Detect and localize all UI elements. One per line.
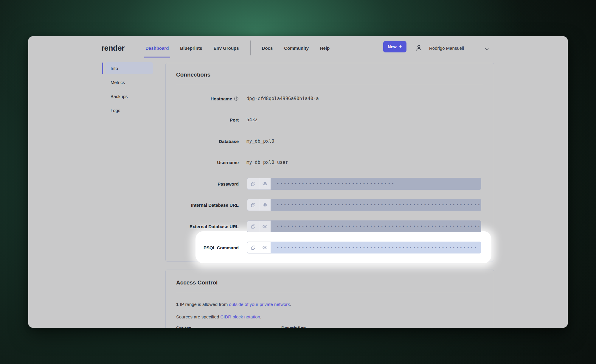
field-actions: [247, 242, 271, 253]
sidebar: InfoMetricsBackupsLogs: [102, 62, 153, 118]
field-label: Hostname: [210, 96, 232, 101]
divider: [176, 292, 483, 292]
masked-field: ••••••••••••••••••••••••••••••••••••••••…: [247, 242, 481, 253]
field-actions: [247, 178, 271, 190]
connection-row-hostname: Hostnamedpg-cfd8qola4996a90hia40-a: [166, 93, 494, 105]
plus-icon: +: [399, 43, 402, 49]
field-label: PSQL Command: [204, 245, 239, 250]
private-network-link[interactable]: outside of your private network: [229, 302, 290, 307]
copy-icon[interactable]: [247, 178, 259, 189]
eye-icon[interactable]: [259, 199, 271, 211]
connections-title: Connections: [176, 71, 210, 78]
nav-item-docs[interactable]: Docs: [262, 36, 273, 60]
cidr-notation-link[interactable]: CIDR block notation: [220, 314, 260, 319]
field-label: Username: [217, 160, 239, 165]
sidebar-item-backups[interactable]: Backups: [105, 90, 153, 102]
ip-range-text: 1 IP range is allowed from outside of yo…: [176, 301, 291, 308]
field-actions: [247, 199, 271, 211]
sources-text: Sources are specified CIDR block notatio…: [176, 313, 261, 320]
field-label: Database: [219, 139, 239, 144]
access-control-panel: Access Control 1 IP range is allowed fro…: [165, 270, 494, 328]
chevron-down-icon[interactable]: [485, 46, 489, 52]
field-label: Password: [218, 181, 239, 186]
connection-row-external-database-url: External Database URL•••••••••••••••••••…: [166, 220, 494, 232]
masked-value[interactable]: ••••••••••••••••••••••••••••••••••••••••…: [271, 242, 481, 253]
connection-row-password: Password••••••••••••••••••••••••••••••••…: [166, 178, 494, 190]
new-button-label: New: [388, 44, 397, 49]
copy-icon[interactable]: [247, 221, 259, 232]
field-value: my_db_pxl0: [246, 135, 274, 147]
eye-icon[interactable]: [259, 242, 271, 253]
connections-panel: Connections Hostnamedpg-cfd8qola4996a90h…: [165, 63, 494, 262]
divider: [176, 84, 483, 84]
field-actions: [247, 220, 271, 232]
nav-item-dashboard[interactable]: Dashboard: [145, 36, 169, 60]
sidebar-item-metrics[interactable]: Metrics: [105, 76, 153, 88]
connection-row-internal-database-url: Internal Database URL•••••••••••••••••••…: [166, 199, 494, 211]
user-name[interactable]: Rodrigo Mansueli: [429, 36, 464, 60]
app-window: render DashboardBlueprintsEnv GroupsDocs…: [28, 36, 568, 328]
field-value: dpg-cfd8qola4996a90hia40-a: [246, 93, 319, 105]
masked-value[interactable]: ••••••••••••••••••••••••••••••••••••••••…: [271, 220, 481, 232]
description-column-header: Description: [281, 325, 306, 328]
nav-item-env-groups[interactable]: Env Groups: [214, 36, 239, 60]
connection-row-port: Port5432: [166, 114, 494, 126]
field-label: Port: [230, 117, 239, 122]
nav-item-community[interactable]: Community: [284, 36, 309, 60]
field-label: Internal Database URL: [191, 203, 239, 208]
masked-value[interactable]: ••••••••••••••••••••••••••••••••••••••••…: [271, 199, 481, 211]
source-column-header: Source: [176, 325, 191, 328]
masked-field: ••••••••••••••••••••••••••••••••••••••••…: [247, 199, 481, 211]
eye-icon[interactable]: [259, 178, 271, 189]
masked-value[interactable]: •••••••••••••••••••••••••••••••••: [271, 178, 481, 190]
field-label: External Database URL: [190, 224, 239, 229]
top-nav: render DashboardBlueprintsEnv GroupsDocs…: [28, 36, 568, 60]
eye-icon[interactable]: [259, 221, 271, 232]
access-control-title: Access Control: [176, 279, 218, 286]
field-value: my_db_pxl0_user: [246, 156, 288, 168]
copy-icon[interactable]: [247, 199, 259, 211]
nav-item-blueprints[interactable]: Blueprints: [180, 36, 202, 60]
person-icon[interactable]: [415, 44, 423, 53]
sidebar-item-logs[interactable]: Logs: [105, 104, 153, 116]
nav-separator: [250, 41, 251, 55]
sidebar-item-info[interactable]: Info: [105, 62, 153, 74]
render-logo: render: [101, 36, 125, 60]
connection-row-username: Usernamemy_db_pxl0_user: [166, 156, 494, 168]
new-button[interactable]: New +: [383, 41, 406, 52]
masked-field: ••••••••••••••••••••••••••••••••••••••••…: [247, 220, 481, 232]
connection-row-database: Databasemy_db_pxl0: [166, 135, 494, 147]
info-icon[interactable]: [234, 96, 239, 101]
masked-field: •••••••••••••••••••••••••••••••••: [247, 178, 481, 190]
nav-links: DashboardBlueprintsEnv GroupsDocsCommuni…: [145, 36, 330, 60]
connection-row-psql-command: PSQL Command••••••••••••••••••••••••••••…: [166, 242, 494, 253]
nav-item-help[interactable]: Help: [320, 36, 330, 60]
copy-icon[interactable]: [247, 242, 259, 253]
field-value: 5432: [246, 114, 257, 126]
